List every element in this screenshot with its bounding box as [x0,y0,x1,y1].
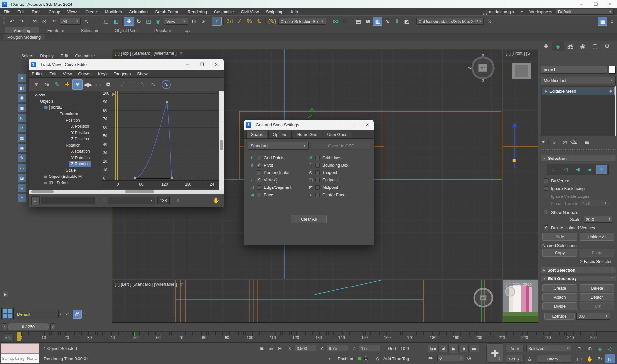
snap-checkbox[interactable] [257,163,261,168]
snap-tab-home-grid[interactable]: Home Grid [293,131,322,138]
snap-checkbox[interactable] [315,156,320,160]
track-view-titlebar[interactable]: 3 Track View - Curve Editor ─ ❐ ✕ [29,59,224,70]
polygon-modeling-panel[interactable]: Polygon Modeling [3,34,45,40]
display-lights-icon[interactable]: ✺ [18,94,26,102]
display-shapes-icon[interactable]: ◧ [18,84,26,92]
select-object-icon[interactable]: ↖ [82,17,92,26]
snap-preset-dropdown[interactable]: Standard▼ [248,142,309,150]
snap-option-edge-segment[interactable]: Edge/Segment [248,184,305,191]
utilities-tab-icon[interactable]: ⚙ [601,41,613,51]
viewcube-compass[interactable]: N S W E TOP [471,56,494,79]
track-view-menu-item[interactable]: Curves [75,71,95,76]
show-end-result-icon[interactable]: ⊍ [552,139,556,145]
snap-option-vertex[interactable]: Vertex [248,176,305,184]
hide-button[interactable]: Hide [542,233,577,241]
ribbon-tab-populate[interactable]: Populate [146,27,179,33]
track-search-icon[interactable]: ⌕ [31,196,40,205]
snap-checkbox[interactable] [315,185,320,190]
select-and-move-icon[interactable]: ✚ [124,17,134,26]
scene-explorer-menu-item[interactable]: Select [21,53,33,58]
y-coord-field[interactable]: 6,75 [327,345,348,351]
snap-checkbox[interactable] [257,170,261,175]
tree-item-porta1[interactable]: porta1 [29,105,101,111]
normals-scale-field[interactable]: Scale: 20,0▲▼ [570,216,612,223]
display-xrefs-icon[interactable]: ◉ [18,144,26,152]
percent-snap-toggle-icon[interactable]: % [244,17,254,26]
menu-item[interactable]: Group [45,9,64,14]
snap-tab-snaps[interactable]: Snaps [246,131,267,138]
selection-rollout-header[interactable]: ▼Selection⠿ [540,155,616,161]
tree-item-z-rotation[interactable]: Z Rotation [29,161,101,168]
maxscript-enable-icon[interactable]: ◐ [329,356,332,361]
extrude-button[interactable]: Extrude [544,313,575,320]
snap-option-grid-lines[interactable]: Grid Lines [307,154,370,161]
layers-icon[interactable]: ≋ [65,311,69,317]
minimize-window-icon[interactable]: ─ [575,0,589,8]
angle-snap-toggle-icon[interactable]: ∠ [235,17,244,26]
keyframe-marker-50[interactable] [133,332,135,336]
bind-to-space-warp-icon[interactable]: ≈ [49,17,59,26]
project-folder-dropdown[interactable]: C:\Users\madal...s\3ds Max 202▼ [416,18,484,25]
region-keys-tool-icon[interactable]: ▭ [93,79,103,90]
divide-button[interactable]: Divide [542,302,577,310]
next-frame-button[interactable]: > [50,323,55,330]
menu-item[interactable]: Edit [14,9,28,14]
snap-checkbox[interactable] [257,193,261,197]
snap-checkbox[interactable] [315,193,320,197]
viewport-camera[interactable]: [+] [convidado [503,280,538,323]
viewport-front[interactable]: [+] [Front ] [S [503,49,538,279]
dialog-minimize-icon[interactable]: ─ [335,120,348,130]
move-keys-icon[interactable]: ⊕ [72,79,83,90]
viewport-front-label[interactable]: [+] [Front ] [S [506,51,530,56]
tree-item-03-default[interactable]: 03 - Default [29,180,101,186]
panel-expand-arrow[interactable]: ▶ [3,291,8,297]
show-normals-checkbox[interactable]: Show Normals [544,209,578,215]
scene-explorer-set-dropdown[interactable]: Default [14,310,59,318]
display-tab-icon[interactable]: ▢ [589,41,601,51]
make-unique-icon[interactable]: ◎ [563,139,567,145]
set-tangents-slow-icon[interactable]: ⟋ [117,79,127,90]
selection-lock-icon[interactable]: ⋒ [269,345,273,351]
add-time-tag[interactable]: Add Time Tag [383,356,409,361]
select-by-name-icon[interactable]: ≡ [92,17,101,26]
track-view-menu-item[interactable]: Keys [95,71,111,76]
track-view-close-icon[interactable]: ✕ [209,59,224,70]
key-step-icon[interactable]: ◀▶ [428,356,433,360]
z-coord-field[interactable]: 1,5 [359,345,380,351]
tree-item-objects[interactable]: Objects [29,98,101,105]
edit-named-selection-sets-icon[interactable]: {✎} [267,17,277,26]
vertex-subobject-icon[interactable]: ∴ [548,165,559,174]
ribbon-tab-object-paint[interactable]: Object Paint [106,27,146,33]
ribbon-config-icon[interactable]: ◉▾ [185,29,190,33]
transform-gizmo-icon[interactable]: ⊞ [278,345,282,351]
attach-button[interactable]: Attach [542,293,577,301]
modifier-stack-item[interactable]: ▶ Editable Mesh ❖ [542,87,615,95]
snap-checkbox[interactable] [315,178,320,182]
ignore-backfacing-checkbox[interactable]: Ignore Backfacing [544,185,585,192]
toggle-layer-explorer-icon[interactable]: ≋ [363,17,373,26]
viewport-left-label[interactable]: [+] [Left ] [Standard ] [Wireframe ]▽ [115,282,183,287]
show-selected-key-stats-icon[interactable]: ⌗ [173,196,183,205]
select-and-manipulate-icon[interactable]: ∗ [199,17,208,26]
workspace-dropdown[interactable]: Default▼ [556,9,614,15]
previous-key-button[interactable]: ◀| [438,345,447,352]
display-bones-icon[interactable]: ✎ [18,154,26,162]
keyboard-shortcut-override-icon[interactable]: ↑ [212,17,222,26]
create-button[interactable]: Create [542,284,577,292]
value-field[interactable]: 138 [157,197,170,204]
display-helpers-icon[interactable]: ◺ [18,114,26,122]
toolbar-grip[interactable] [3,17,5,25]
hierarchy-tab-icon[interactable]: 品 [564,41,576,51]
x-coord-field[interactable]: 3,503 [295,345,316,351]
configure-modifier-sets-icon[interactable]: ▦ [585,139,589,145]
edit-geometry-rollout-header[interactable]: ▼Edit Geometry⠿ [540,275,616,282]
remove-modifier-icon[interactable]: ⌫ [570,139,578,145]
clear-all-button[interactable]: Clear All [291,215,327,223]
user-dropdown-caret-icon[interactable]: ▼ [520,10,523,14]
window-crossing-icon[interactable]: ◧ [111,17,121,26]
snap-checkbox[interactable] [257,185,261,190]
snap-checkbox[interactable] [315,170,320,175]
stack-expand-icon[interactable]: ▶ [542,89,549,93]
dialog-close-icon[interactable]: ✕ [361,120,374,130]
snap-option-pivot[interactable]: Pivot [248,161,305,169]
